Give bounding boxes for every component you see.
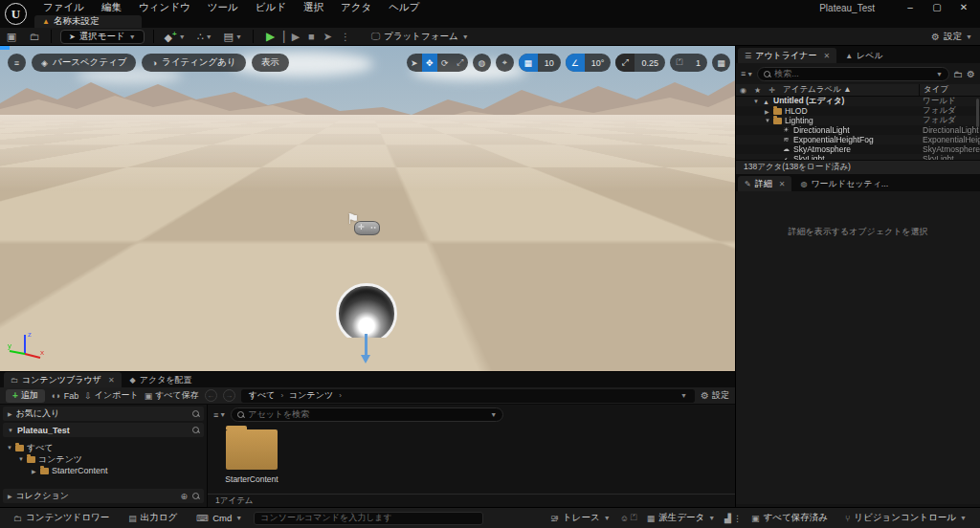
project-section[interactable]: ▼ Plateau_Test: [3, 423, 204, 437]
breadcrumb-content[interactable]: コンテンツ: [289, 389, 333, 402]
back-icon[interactable]: ←: [205, 389, 217, 402]
menu-tools[interactable]: ツール: [199, 0, 247, 16]
revision-control-dropdown[interactable]: ⑂リビジョンコントロール▼: [837, 512, 974, 524]
menu-actor[interactable]: アクタ: [332, 0, 380, 16]
filter-icon[interactable]: ≡▼: [213, 410, 226, 420]
expand-icon[interactable]: ▶: [8, 493, 12, 499]
blueprints-dropdown[interactable]: ∴▼: [191, 31, 218, 43]
stop-icon[interactable]: ■: [308, 31, 315, 42]
pin-column-icon[interactable]: ✛: [765, 86, 779, 95]
close-button[interactable]: ✕: [953, 0, 974, 14]
insights-icon[interactable]: ▟: [724, 514, 731, 523]
perspective-dropdown[interactable]: ◈パースペクティブ: [32, 54, 136, 72]
output-log-button[interactable]: ▤出力ログ: [121, 512, 185, 524]
close-icon[interactable]: ✕: [108, 376, 115, 385]
asset-search-input[interactable]: アセットを検索 ▼: [231, 407, 503, 422]
collections-section[interactable]: ▶ コレクション ⊕: [3, 489, 204, 503]
expand-icon[interactable]: ▶: [32, 468, 37, 474]
cmd-dropdown[interactable]: ⌨Cmd▼: [189, 513, 250, 523]
type-column[interactable]: タイプ: [919, 84, 980, 96]
asset-startercontent-folder[interactable]: StarterContent: [217, 429, 286, 484]
tree-item-startercontent[interactable]: ▶StarterContent: [7, 465, 204, 476]
frame-skip-icon[interactable]: ▏▶: [283, 31, 300, 43]
outliner-search-input[interactable]: 検索... ▼: [757, 67, 949, 81]
tree-item-content[interactable]: ▼コンテンツ: [7, 453, 204, 465]
scale-tool-icon[interactable]: ⤢: [453, 54, 468, 72]
favorite-column-icon[interactable]: ★: [750, 86, 765, 95]
editor-mode-dropdown[interactable]: ➤ 選択モード ▼: [60, 30, 145, 44]
import-button[interactable]: ⇩インポート: [84, 389, 138, 402]
search-icon[interactable]: [192, 410, 199, 417]
platforms-dropdown[interactable]: 🖵 プラットフォーム ▼: [371, 31, 469, 43]
add-actor-dropdown[interactable]: ◆+▼: [159, 30, 191, 44]
outliner-row-lighting[interactable]: ▼Lighting フォルダ: [736, 116, 980, 125]
level-viewport[interactable]: ≡ ◈パースペクティブ ◑ライティングあり 表示 ➤ ✥ ⟳ ⤢ ◍ ⌖ ▦10…: [0, 46, 735, 371]
add-button[interactable]: +追加: [6, 389, 45, 403]
kebab-icon[interactable]: ⋮: [733, 514, 742, 523]
outliner-scrollbar[interactable]: [976, 99, 979, 127]
outliner-row-skyatmosphere[interactable]: ☁SkyAtmosphere SkyAtmosphere: [736, 144, 980, 154]
surface-snap-icon[interactable]: ⌖: [496, 54, 514, 72]
snapshot-icon[interactable]: ⏍: [631, 513, 637, 523]
save-icon[interactable]: ▣: [0, 31, 23, 43]
grid-snap-control[interactable]: ▦10: [519, 54, 561, 72]
new-folder-icon[interactable]: 🗀: [953, 69, 963, 79]
content-browser-icon[interactable]: 🗀: [23, 31, 46, 42]
item-label-column[interactable]: アイテムラベル ▲: [779, 84, 919, 96]
rotate-tool-icon[interactable]: ⟳: [437, 54, 453, 72]
save-all-button[interactable]: ▣すべて保存: [145, 389, 199, 402]
outliner-row-skylight[interactable]: ◐SkyLight SkyLight: [736, 154, 980, 160]
crash-reporter-icon[interactable]: ☺: [620, 514, 629, 523]
tab-levels[interactable]: ▲ レベル: [838, 48, 890, 63]
filter-icon[interactable]: ≡▼: [741, 69, 753, 78]
menu-select[interactable]: 選択: [295, 0, 332, 16]
tab-details[interactable]: ✎ 詳細 ✕: [738, 176, 791, 191]
menu-help[interactable]: ヘルプ: [380, 0, 428, 16]
collapse-icon[interactable]: ▼: [8, 428, 13, 433]
menu-edit[interactable]: 編集: [93, 0, 130, 16]
outliner-settings-icon[interactable]: ⚙: [967, 69, 975, 79]
tab-content-browser[interactable]: 🗀 コンテンツブラウザ ✕: [4, 372, 122, 387]
tab-place-actors[interactable]: ◆ アクタを配置: [123, 372, 199, 387]
collapse-icon[interactable]: ▼: [7, 445, 12, 451]
maximize-button[interactable]: ▢: [926, 0, 947, 14]
play-icon[interactable]: ▶: [266, 30, 275, 43]
breadcrumb-all[interactable]: すべて: [249, 389, 276, 402]
tab-outliner[interactable]: ☰ アウトライナー ✕: [738, 48, 836, 63]
outliner-row-directionallight[interactable]: ☀DirectionalLight DirectionalLight: [736, 125, 980, 135]
view-mode-dropdown[interactable]: ◑ライティングあり: [142, 54, 245, 72]
add-collection-icon[interactable]: ⊕: [180, 492, 188, 501]
maximize-viewport-icon[interactable]: ▦: [712, 54, 730, 72]
favorites-section[interactable]: ▶ お気に入り: [3, 407, 204, 421]
expand-icon[interactable]: ▶: [8, 410, 12, 417]
menu-build[interactable]: ビルド: [247, 0, 295, 16]
outliner-row-heightfog[interactable]: ≋ExponentialHeightFog ExponentialHeightF…: [736, 135, 980, 144]
select-tool-icon[interactable]: ➤: [407, 54, 422, 72]
expand-icon[interactable]: ▶: [765, 108, 770, 115]
search-icon[interactable]: [192, 427, 199, 433]
tab-world-settings[interactable]: ◍ ワールドセッティ...: [793, 176, 895, 191]
level-tab[interactable]: ▲ 名称未設定: [34, 15, 142, 28]
trace-dropdown[interactable]: 🖳トレース▼: [543, 512, 618, 524]
move-tool-icon[interactable]: ✥: [422, 54, 437, 72]
content-drawer-button[interactable]: 🗀コンテンツドロワー: [6, 512, 117, 524]
show-dropdown[interactable]: 表示: [252, 54, 289, 72]
save-status-button[interactable]: ▣すべて保存済み: [744, 512, 835, 524]
scale-snap-control[interactable]: ⤢0.25: [615, 54, 665, 72]
visibility-column-icon[interactable]: ◉: [736, 86, 750, 95]
collapse-icon[interactable]: ▼: [18, 456, 24, 462]
toolbar-settings-dropdown[interactable]: ⚙ 設定 ▼: [931, 31, 980, 43]
collapse-icon[interactable]: ▼: [753, 99, 759, 104]
close-icon[interactable]: ✕: [823, 52, 830, 60]
derived-data-dropdown[interactable]: ▦派生データ▼: [639, 512, 723, 524]
breadcrumb[interactable]: すべて › コンテンツ › ▼: [241, 389, 695, 403]
rotation-snap-control[interactable]: ∠10°: [566, 54, 612, 72]
content-browser-settings[interactable]: ⚙設定: [701, 389, 729, 402]
viewport-options-icon[interactable]: ≡: [8, 54, 26, 72]
forward-icon[interactable]: →: [223, 389, 235, 402]
world-space-icon[interactable]: ◍: [473, 54, 491, 72]
menu-file[interactable]: ファイル: [34, 0, 93, 16]
close-icon[interactable]: ✕: [779, 180, 786, 188]
unreal-logo-icon[interactable]: U: [5, 3, 27, 25]
tree-item-all[interactable]: ▼すべて: [7, 442, 204, 453]
